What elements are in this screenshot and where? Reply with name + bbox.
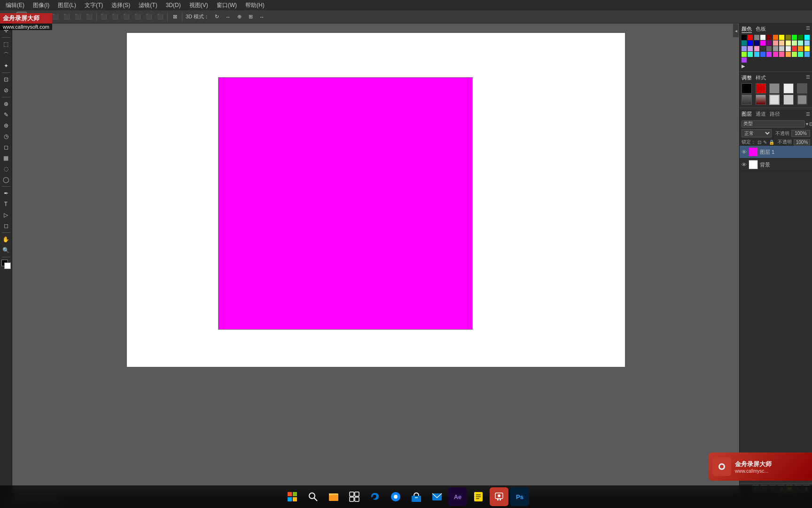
layer-visibility-1[interactable]: 👁 (742, 149, 747, 155)
taskbar-capture-btn[interactable] (490, 487, 508, 506)
fill-input[interactable] (794, 139, 810, 145)
tool-shape[interactable]: ◻ (1, 221, 11, 231)
taskbar-taskview-btn[interactable] (345, 487, 364, 506)
distribute-left-btn[interactable]: ⬛ (99, 12, 109, 22)
tool-stamp[interactable]: ⊛ (1, 120, 11, 131)
tool-history[interactable]: ◷ (1, 131, 11, 142)
swatch-lilac[interactable] (748, 46, 753, 51)
layer-row-bg[interactable]: 👁 背景 (740, 159, 812, 171)
style-swatch-red[interactable] (756, 83, 766, 94)
taskbar-edge-btn[interactable] (366, 487, 384, 506)
menu-view[interactable]: 视图(V) (186, 0, 212, 10)
swatch-yellow[interactable] (779, 35, 784, 40)
swatch-springgreen[interactable] (748, 52, 753, 57)
layer-visibility-bg[interactable]: 👁 (742, 162, 747, 167)
swatch-lavender[interactable] (742, 46, 747, 51)
align-bottom-btn[interactable]: ⬛ (84, 12, 94, 22)
style-swatch-black[interactable] (742, 83, 752, 94)
canvas-area[interactable] (12, 24, 739, 494)
canvas-size-btn[interactable]: ⊠ (170, 12, 180, 22)
opacity-input[interactable] (791, 130, 810, 137)
panel-expand-btn[interactable]: ◂ (733, 24, 739, 38)
style-swatch-grad2[interactable] (756, 95, 766, 105)
menu-image[interactable]: 图像(I) (29, 0, 53, 10)
move-tool-btn[interactable]: ✛ (16, 12, 27, 22)
tool-crop[interactable]: ⊡ (1, 74, 11, 85)
style-swatch-border2[interactable] (797, 95, 807, 105)
play-icon[interactable]: ▶ (742, 64, 745, 69)
swatch-orange[interactable] (773, 35, 778, 40)
lock-all-btn[interactable]: 🔒 (769, 140, 774, 145)
tab-swatches[interactable]: 色板 (756, 25, 766, 33)
menu-layer[interactable]: 图层(L) (54, 0, 80, 10)
tool-gradient[interactable]: ▦ (1, 153, 11, 163)
taskbar-explorer-btn[interactable] (324, 487, 343, 506)
swatch-gray2[interactable] (773, 46, 778, 51)
align-top-btn[interactable]: ⬛ (62, 12, 72, 22)
adjust-panel-menu[interactable]: ☰ (806, 74, 810, 81)
swatch-cornflower[interactable] (804, 52, 810, 57)
swatch-amber[interactable] (798, 46, 803, 51)
tool-path[interactable]: ▷ (1, 210, 11, 220)
menu-edit[interactable]: 编辑(E) (2, 0, 28, 10)
tool-blur[interactable]: ◌ (1, 164, 11, 174)
style-swatch-grad1[interactable] (742, 95, 752, 105)
swatch-salmon[interactable] (779, 52, 784, 57)
tool-wand[interactable]: ✦ (1, 61, 11, 71)
foreground-bg-colors[interactable] (1, 260, 11, 269)
lock-pixels-btn[interactable]: ⊡ (757, 140, 761, 145)
taskbar-browser2-btn[interactable] (386, 487, 405, 506)
distribute-top-btn[interactable]: ⬛ (133, 12, 143, 22)
menu-window[interactable]: 窗口(W) (213, 0, 241, 10)
swatch-brightyellow[interactable] (804, 46, 810, 51)
swatch-mintgreen[interactable] (798, 40, 803, 46)
color-panel-menu[interactable]: ☰ (806, 25, 810, 33)
3d-pan-btn[interactable]: ↔ (223, 12, 233, 22)
tool-eraser[interactable]: ◻ (1, 142, 11, 152)
swatch-lightpink[interactable] (773, 40, 778, 46)
swatch-medgray[interactable] (766, 46, 772, 51)
swatch-brightred[interactable] (792, 46, 797, 51)
swatch-nearwhite[interactable] (786, 46, 791, 51)
swatch-darkred[interactable] (766, 35, 772, 40)
tab-color[interactable]: 颜色 (742, 25, 752, 33)
3d-rotate-btn[interactable]: ↻ (211, 12, 222, 22)
lock-position-btn[interactable]: ✎ (763, 140, 767, 145)
swatch-white[interactable] (760, 35, 765, 40)
taskbar-notes-btn[interactable] (469, 487, 488, 506)
swatch-navy[interactable] (754, 40, 759, 46)
swatch-lightblue[interactable] (804, 40, 810, 46)
distribute-bottom-btn[interactable]: ⬛ (155, 12, 165, 22)
tool-move[interactable]: ✛ (1, 25, 11, 36)
distribute-center-h-btn[interactable]: ⬛ (110, 12, 120, 22)
tab-channels[interactable]: 通道 (756, 111, 766, 118)
swatch-lime[interactable] (792, 35, 797, 40)
taskbar-search-btn[interactable] (304, 487, 322, 506)
tool-lasso[interactable]: ⌒ (1, 50, 11, 60)
3d-scale-btn[interactable]: ↔ (257, 12, 267, 22)
swatch-gray[interactable] (754, 35, 759, 40)
align-center-v-btn[interactable]: ⬛ (73, 12, 83, 22)
swatch-yellowgreen[interactable] (792, 52, 797, 57)
swatch-gold[interactable] (786, 52, 791, 57)
blend-mode-select[interactable]: 正常 溶解 变暗 (742, 129, 772, 137)
swatch-red[interactable] (748, 35, 753, 40)
swatch-chartreuse[interactable] (742, 52, 747, 57)
style-swatch-border1[interactable] (769, 95, 780, 105)
layer-type-filter[interactable] (742, 120, 805, 127)
tab-layers[interactable]: 图层 (742, 111, 752, 118)
taskbar-ae-btn[interactable]: Ae (448, 487, 467, 506)
swatch-lightyellow[interactable] (786, 40, 791, 46)
tool-zoom[interactable]: 🔍 (1, 245, 11, 255)
distribute-right-btn[interactable]: ⬛ (121, 12, 132, 22)
swatch-darkgray[interactable] (760, 46, 765, 51)
swatch-hotpink[interactable] (754, 46, 759, 51)
swatch-green[interactable] (798, 35, 803, 40)
style-swatch-white[interactable] (783, 83, 794, 94)
layer-row-1[interactable]: 👁 图层 1 (740, 146, 812, 159)
tool-text[interactable]: T (1, 199, 11, 209)
swatch-black[interactable] (742, 35, 747, 40)
swatch-teal[interactable] (742, 40, 747, 46)
menu-select[interactable]: 选择(S) (108, 0, 134, 10)
swatch-purple[interactable] (766, 40, 772, 46)
